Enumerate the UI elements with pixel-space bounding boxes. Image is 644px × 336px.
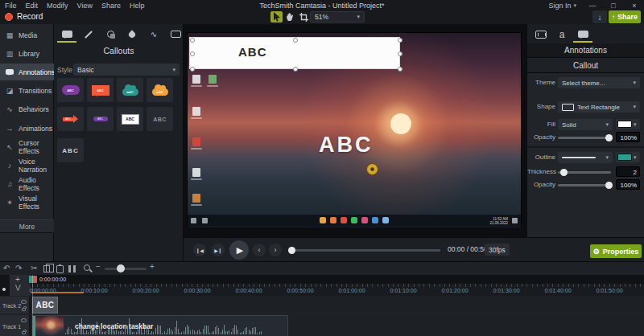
selection-handle[interactable] (293, 38, 298, 43)
lock-icon[interactable] (22, 308, 26, 311)
tab-arrows-lines[interactable] (78, 26, 99, 43)
theme-select[interactable]: Select theme... ▾ (558, 77, 640, 88)
fill-style-select[interactable]: Solid ▾ (558, 119, 613, 130)
callout-preset-cloud[interactable]: ABC (147, 78, 173, 102)
callout-preset-arrow[interactable]: ABC (57, 107, 84, 131)
outline-opacity-value[interactable]: 100% (616, 179, 640, 190)
outline-color-swatch[interactable]: ▾ (616, 152, 640, 162)
zoom-out-button[interactable]: − (96, 262, 101, 272)
seek-bar[interactable] (290, 249, 440, 252)
callout-clip[interactable]: ABC (32, 297, 58, 313)
close-button[interactable]: × (630, 2, 639, 10)
play-button[interactable]: ▶ (229, 240, 249, 260)
timeline-zoom-slider[interactable] (105, 268, 147, 270)
eye-icon[interactable] (21, 300, 27, 304)
canvas-zoom-select[interactable]: 51% ▾ (310, 11, 365, 23)
slider-knob[interactable] (560, 169, 568, 176)
tab-callout-properties[interactable] (572, 26, 593, 43)
export-local-button[interactable]: ↓ (592, 10, 607, 23)
copy-button[interactable] (43, 265, 50, 272)
record-button[interactable]: Record (5, 12, 43, 21)
timeline-ruler[interactable]: 0:00:00:000:00:10:000:00:20:000:00:30:00… (31, 284, 644, 296)
slider-knob[interactable] (117, 264, 125, 272)
track-2-lane[interactable]: ABC (32, 297, 644, 313)
selection-handle[interactable] (190, 38, 195, 43)
sign-in-button[interactable]: Sign In▾ (548, 2, 576, 10)
selection-handle[interactable] (398, 67, 402, 72)
track-2-header[interactable]: Track 2 (0, 297, 31, 313)
previous-frame-button[interactable]: ‹ (253, 244, 266, 256)
sidebar-item-media[interactable]: ▦Media (0, 27, 54, 43)
fill-color-swatch[interactable]: ▾ (616, 119, 640, 129)
next-frame-button[interactable]: › (269, 244, 282, 256)
playhead-line[interactable] (32, 275, 33, 336)
sidebar-item-behaviors[interactable]: ∿Behaviors (0, 101, 54, 118)
slider-knob[interactable] (605, 134, 613, 141)
selection-handle[interactable] (398, 38, 402, 43)
cursor-tool-button[interactable] (270, 11, 283, 23)
lock-icon[interactable] (22, 331, 26, 334)
selection-handle[interactable] (190, 67, 195, 72)
outline-style-select[interactable]: ▾ (558, 152, 613, 163)
callout-preset-cloud[interactable]: ABC (117, 78, 143, 102)
redo-button[interactable]: ↷ (15, 264, 22, 273)
previous-clip-button[interactable]: ❙◀ (193, 244, 206, 256)
tab-sketch-motion[interactable]: ∿ (143, 26, 164, 43)
selection-handle[interactable] (398, 51, 402, 56)
eye-icon[interactable] (21, 318, 27, 322)
sidebar-item-library[interactable]: ▥Library (0, 45, 54, 62)
tab-shapes[interactable] (100, 26, 121, 43)
callout-preset-text-plain[interactable]: ABC (57, 138, 84, 162)
menu-share[interactable]: Share (101, 2, 121, 10)
style-select[interactable]: Basic ▾ (73, 64, 180, 76)
callout-preset-text-rect[interactable]: ABC (117, 107, 143, 131)
video-preview[interactable]: ABC ABC 11:52 AM 21.06.2022 (187, 32, 522, 228)
maximize-button[interactable]: □ (609, 2, 618, 10)
selection-handle[interactable] (293, 67, 298, 72)
seek-handle[interactable] (288, 247, 295, 254)
video-clip[interactable]: change location taskbar (32, 315, 288, 336)
callout-preset-bubble-round[interactable]: ABC (57, 78, 84, 102)
sidebar-item-animations[interactable]: →Animations (0, 120, 54, 137)
callout-preset-text-dim[interactable]: ABC (147, 107, 173, 131)
chevron-down-icon[interactable]: ⋁ (15, 284, 21, 291)
menu-file[interactable]: File (5, 2, 17, 10)
add-track-button[interactable]: + (15, 275, 20, 284)
playhead-row[interactable] (31, 275, 644, 284)
selection-handle[interactable] (190, 51, 195, 56)
tab-callouts[interactable] (56, 26, 77, 43)
thickness-value[interactable]: 2 (616, 166, 640, 177)
undo-button[interactable]: ↶ (3, 264, 10, 273)
sidebar-item-voice-narration[interactable]: ♪Voice Narration (0, 157, 54, 174)
track-1-header[interactable]: Track 1 (0, 315, 31, 336)
sidebar-item-cursor-effects[interactable]: ↖Cursor Effects (0, 138, 54, 155)
share-button[interactable]: ↑ Share (609, 10, 641, 23)
sidebar-item-audio-effects[interactable]: ♫Audio Effects (0, 176, 54, 193)
tab-media-properties[interactable] (530, 26, 551, 43)
menu-help[interactable]: Help (130, 2, 145, 10)
menu-modify[interactable]: Modify (47, 2, 68, 10)
fill-opacity-slider[interactable] (558, 137, 611, 139)
cut-button[interactable]: ✂ (31, 264, 37, 273)
sidebar-item-annotations[interactable]: Annotations (0, 64, 54, 80)
slider-knob[interactable] (605, 182, 613, 189)
split-button[interactable] (68, 265, 76, 272)
fill-opacity-value[interactable]: 100% (616, 132, 640, 142)
thickness-slider[interactable] (558, 171, 611, 174)
pan-tool-button[interactable] (284, 11, 296, 23)
callout-preset-pill[interactable]: ABC (87, 107, 114, 131)
track-1-lane[interactable]: change location taskbar (32, 315, 644, 336)
callout-preset-bubble-rect[interactable]: ABC (87, 78, 114, 102)
shape-select[interactable]: Text Rectangle ▾ (558, 101, 640, 113)
menu-edit[interactable]: Edit (26, 2, 39, 10)
sidebar-more-button[interactable]: More (0, 219, 54, 233)
outline-opacity-slider[interactable] (558, 184, 611, 186)
tab-text-properties[interactable]: a (551, 26, 572, 43)
step-forward-button[interactable]: ▶❙ (212, 244, 225, 256)
paste-button[interactable] (56, 265, 64, 273)
properties-button[interactable]: ⚙ Properties (590, 244, 642, 258)
sidebar-item-transitions[interactable]: ◪Transitions (0, 83, 54, 100)
minimize-button[interactable]: — (588, 2, 597, 10)
crop-tool-button[interactable] (298, 11, 310, 23)
sidebar-item-visual-effects[interactable]: ✶Visual Effects (0, 195, 54, 211)
